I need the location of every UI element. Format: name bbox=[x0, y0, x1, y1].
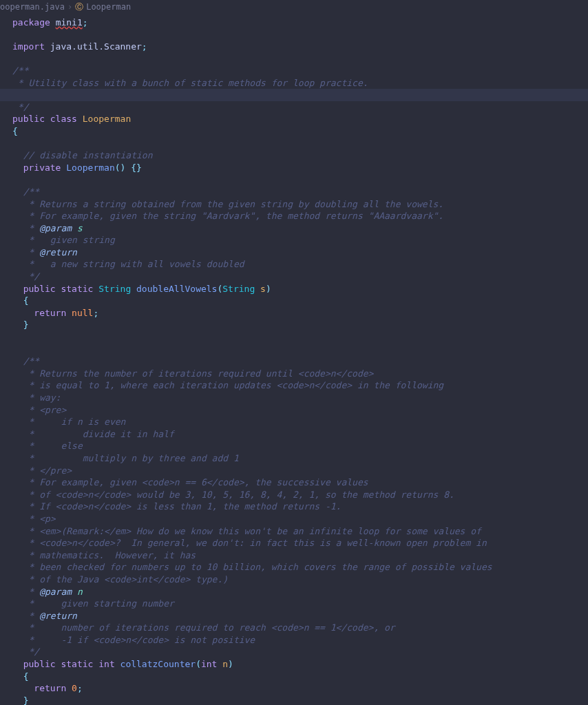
javadoc-tag: @return bbox=[39, 247, 77, 257]
null-literal: null bbox=[72, 308, 93, 318]
javadoc: */ bbox=[12, 271, 39, 282]
param-type: int bbox=[201, 659, 217, 669]
paren: ) bbox=[228, 659, 233, 669]
javadoc: * Utility class with a bunch of static m… bbox=[12, 78, 368, 88]
kw-public: public bbox=[23, 284, 56, 294]
type-string: String bbox=[98, 284, 131, 294]
type-int: int bbox=[98, 659, 114, 669]
breadcrumb-class[interactable]: Looperman bbox=[86, 2, 131, 12]
paren: ) bbox=[266, 284, 271, 294]
javadoc: /** bbox=[12, 187, 39, 197]
brace: { bbox=[12, 671, 28, 682]
javadoc: * number of iterations required to reach… bbox=[12, 622, 395, 633]
kw-return: return bbox=[34, 683, 66, 693]
javadoc: * <em>(Remark:</em> How do we know this … bbox=[12, 526, 481, 536]
class-icon: Ⓒ bbox=[75, 2, 83, 12]
ctor-rest: () {} bbox=[115, 162, 142, 173]
semi: ; bbox=[83, 17, 88, 28]
javadoc: * bbox=[12, 247, 39, 257]
kw-import: import bbox=[12, 41, 45, 52]
javadoc: * <code>n</code>? In general, we don't: … bbox=[12, 538, 487, 548]
import-path: java.util.Scanner bbox=[50, 41, 142, 52]
javadoc: * Returns the number of iterations requi… bbox=[12, 368, 373, 379]
kw-return: return bbox=[34, 308, 66, 318]
method-name: collatzCounter bbox=[120, 659, 196, 669]
code-editor[interactable]: package mini1; import java.util.Scanner;… bbox=[0, 17, 588, 705]
javadoc: * of the Java <code>int</code> type.) bbox=[12, 574, 228, 585]
kw-static: static bbox=[61, 659, 93, 669]
javadoc: * else bbox=[12, 441, 83, 451]
javadoc: * For example, given the string "Aardvar… bbox=[12, 211, 443, 221]
javadoc-var: n bbox=[77, 587, 83, 597]
semi: ; bbox=[77, 683, 83, 693]
javadoc: * divide it in half bbox=[12, 429, 174, 439]
brace: { bbox=[12, 126, 18, 136]
param-name: n bbox=[222, 659, 228, 669]
ctor-name: Looperman bbox=[66, 162, 114, 173]
javadoc: * <pre> bbox=[12, 405, 66, 415]
javadoc: * if n is even bbox=[12, 417, 125, 427]
breadcrumb-file[interactable]: ooperman.java bbox=[0, 2, 65, 12]
javadoc: */ bbox=[12, 646, 39, 657]
javadoc: * is equal to 1, where each iteration up… bbox=[12, 380, 443, 390]
class-name: Looperman bbox=[83, 114, 131, 124]
kw-static: static bbox=[61, 284, 93, 294]
brace: } bbox=[12, 695, 28, 705]
breadcrumb[interactable]: ooperman.java›ⒸLooperman bbox=[0, 0, 588, 17]
javadoc: * way: bbox=[12, 392, 61, 403]
semi: ; bbox=[93, 308, 98, 318]
javadoc: * For example, given <code>n == 6</code>… bbox=[12, 477, 368, 487]
javadoc: * <p> bbox=[12, 514, 56, 524]
javadoc: * If <code>n</code> is less than 1, the … bbox=[12, 501, 341, 512]
comment: // disable instantiation bbox=[12, 150, 153, 160]
method-name: doubleAllVowels bbox=[136, 284, 217, 294]
javadoc: * bbox=[12, 611, 39, 621]
kw-class: class bbox=[50, 114, 77, 124]
javadoc: /** bbox=[12, 65, 28, 76]
breadcrumb-sep: › bbox=[67, 2, 72, 12]
brace: { bbox=[12, 295, 28, 306]
num-literal: 0 bbox=[72, 683, 77, 693]
kw-public: public bbox=[23, 659, 56, 669]
javadoc-tag: @param bbox=[39, 587, 72, 597]
javadoc: */ bbox=[12, 102, 28, 112]
javadoc: * multiply n by three and add 1 bbox=[12, 453, 239, 463]
javadoc: * a new string with all vowels doubled bbox=[12, 259, 244, 269]
javadoc: * </pre> bbox=[12, 465, 72, 476]
kw-public: public bbox=[12, 114, 45, 124]
javadoc: * bbox=[12, 223, 39, 233]
pkg-name: mini1 bbox=[56, 17, 83, 28]
javadoc: * given starting number bbox=[12, 598, 174, 609]
javadoc: /** bbox=[12, 356, 39, 366]
javadoc: * bbox=[12, 587, 39, 597]
javadoc: * of <code>n</code> would be 3, 10, 5, 1… bbox=[12, 490, 454, 500]
javadoc-tag: @param bbox=[39, 223, 72, 233]
javadoc: * mathematics. However, it has bbox=[12, 550, 196, 560]
javadoc: * -1 if <code>n</code> is not positive bbox=[12, 635, 255, 645]
kw-package: package bbox=[12, 17, 50, 28]
param-name: s bbox=[260, 284, 266, 294]
brace: } bbox=[12, 319, 28, 330]
javadoc-tag: @return bbox=[39, 611, 77, 621]
javadoc: * been checked for numbers up to 10 bill… bbox=[12, 562, 492, 572]
javadoc: * Returns a string obtained from the giv… bbox=[12, 199, 443, 209]
param-type: String bbox=[222, 284, 255, 294]
semi: ; bbox=[142, 41, 147, 52]
kw-private: private bbox=[23, 162, 61, 173]
paren: ( bbox=[196, 659, 201, 669]
javadoc: * given string bbox=[12, 235, 115, 245]
javadoc-var: s bbox=[77, 223, 83, 233]
